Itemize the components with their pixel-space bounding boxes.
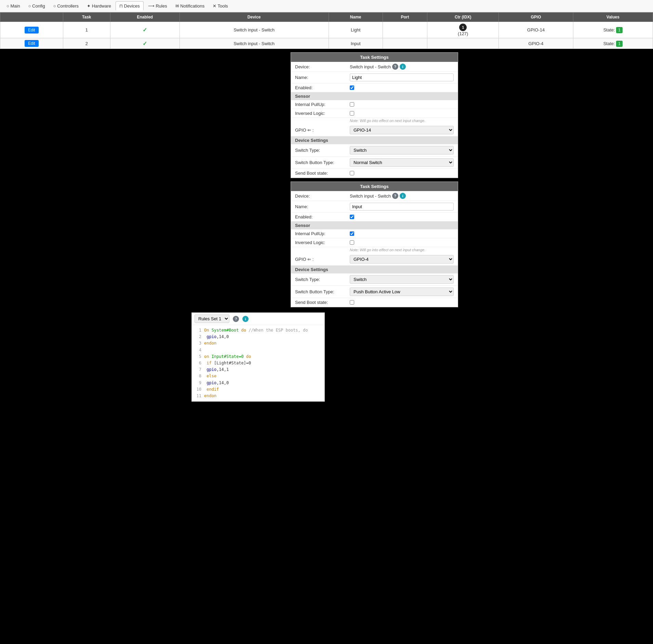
- ctr-1: 1 (127): [427, 22, 499, 38]
- col-name: Name: [329, 13, 383, 22]
- panel1-body: Device: Switch input - Switch ? i Name: …: [291, 62, 458, 178]
- task-panel-2: Task Settings Device: Switch input - Swi…: [291, 182, 458, 307]
- panel1-switch-type-select[interactable]: Switch: [350, 146, 454, 155]
- nav-tools[interactable]: ✕ Tools: [209, 1, 232, 11]
- panel2-switch-type-row: Switch Type: Switch: [291, 273, 458, 286]
- rules-help-icon[interactable]: ?: [233, 316, 239, 322]
- panel2-device-label: Device:: [295, 193, 350, 199]
- help-icon-1[interactable]: ?: [392, 64, 398, 70]
- panel2-boot-row: Send Boot state:: [291, 298, 458, 307]
- col-port: Port: [383, 13, 427, 22]
- panel1-note: Note: Will go into effect on next input …: [291, 118, 458, 124]
- panel1-name-input[interactable]: [350, 73, 454, 81]
- devices-table-wrapper: Task Enabled Device Name Port Ctr (IDX) …: [0, 12, 653, 49]
- table-row: Edit 1 ✓ Switch input - Switch Light 1 (…: [0, 22, 653, 38]
- col-values: Values: [573, 13, 653, 22]
- panel2-button-type-row: Switch Button Type: Normal Switch Push B…: [291, 286, 458, 298]
- panel1-boot-label: Send Boot state:: [295, 171, 350, 176]
- panels-container: Task Settings Device: Switch input - Swi…: [0, 49, 653, 405]
- code-line-11: 11endon: [195, 393, 322, 399]
- info-icon-2[interactable]: i: [400, 193, 406, 199]
- port-1: [383, 22, 427, 38]
- panel1-inversed-checkbox[interactable]: [350, 111, 354, 116]
- nav-devices[interactable]: ⊓ Devices: [116, 1, 144, 11]
- panel1-button-type-select[interactable]: Normal Switch Push Button Active Low Pus…: [350, 158, 454, 167]
- panel2-switch-type-select[interactable]: Switch: [350, 275, 454, 284]
- panel1-pullup-label: Internal PullUp:: [295, 102, 350, 107]
- panel2-boot-checkbox[interactable]: [350, 300, 354, 305]
- task-panel-1: Task Settings Device: Switch input - Swi…: [291, 52, 458, 178]
- panel1-device-label: Device:: [295, 64, 350, 69]
- panel2-sensor-header: Sensor: [291, 222, 458, 229]
- panel1-gpio-label: GPIO ⇐ :: [295, 128, 350, 133]
- ctr-2: [427, 38, 499, 49]
- panel2-gpio-row: GPIO ⇐ : GPIO-4 GPIO-14: [291, 253, 458, 266]
- rules-code-editor[interactable]: 1On System#Boot do //When the ESP boots,…: [192, 325, 324, 401]
- panel1-pullup-row: Internal PullUp:: [291, 100, 458, 109]
- col-device: Device: [179, 13, 329, 22]
- panel2-button-type-select[interactable]: Normal Switch Push Button Active Low Pus…: [350, 287, 454, 296]
- nav-notifications[interactable]: ✉ Notifications: [172, 1, 208, 11]
- panel2-device-row: Device: Switch input - Switch ? i: [291, 191, 458, 201]
- navigation: ○ Main ○ Config ○ Controllers ✦ Hardware…: [0, 0, 653, 12]
- info-icon-1[interactable]: i: [400, 64, 406, 70]
- panel1-name-label: Name:: [295, 75, 350, 80]
- panel1-switch-type-row: Switch Type: Switch: [291, 144, 458, 157]
- devices-table: Task Enabled Device Name Port Ctr (IDX) …: [0, 12, 653, 49]
- rules-set-select[interactable]: Rules Set 1 Rules Set 2 Rules Set 3: [195, 314, 229, 323]
- rules-panel: Rules Set 1 Rules Set 2 Rules Set 3 ? i …: [191, 312, 325, 402]
- rules-toolbar: Rules Set 1 Rules Set 2 Rules Set 3 ? i: [192, 313, 324, 325]
- edit-button-2[interactable]: Edit: [25, 40, 39, 47]
- panel1-inversed-label: Inversed Logic:: [295, 111, 350, 116]
- panel1-gpio-row: GPIO ⇐ : GPIO-14 GPIO-4: [291, 124, 458, 136]
- state-label-2: State:: [603, 41, 615, 46]
- state-val-1: 1: [616, 27, 623, 33]
- enabled-check-1: ✓: [143, 27, 147, 33]
- panel2-name-input[interactable]: [350, 203, 454, 211]
- panel1-button-type-row: Switch Button Type: Normal Switch Push B…: [291, 157, 458, 169]
- nav-config[interactable]: ○ Config: [25, 1, 49, 11]
- col-task-num: Task: [63, 13, 110, 22]
- edit-button-1[interactable]: Edit: [25, 27, 39, 33]
- state-label-1: State:: [603, 27, 615, 32]
- panel1-gpio-select[interactable]: GPIO-14 GPIO-4: [350, 126, 454, 134]
- code-line-9: 9 gpio,14,0: [195, 380, 322, 386]
- nav-main[interactable]: ○ Main: [3, 1, 24, 11]
- code-line-5: 5on Input#State=0 do: [195, 353, 322, 360]
- panel2-enabled-checkbox[interactable]: [350, 215, 354, 219]
- panel1-enabled-checkbox[interactable]: [350, 85, 354, 90]
- panel2-inversed-label: Inversed Logic:: [295, 240, 350, 245]
- device-name-2: Switch input - Switch: [179, 38, 329, 49]
- code-line-10: 10 endif: [195, 386, 322, 393]
- panel1-device-value: Switch input - Switch: [350, 64, 391, 69]
- code-line-2: 2 gpio,14,0: [195, 334, 322, 340]
- panel1-sensor-header: Sensor: [291, 92, 458, 100]
- device-name-1: Switch input - Switch: [179, 22, 329, 38]
- nav-rules[interactable]: ⟶ Rules: [144, 1, 171, 11]
- panel2-boot-label: Send Boot state:: [295, 300, 350, 305]
- panel2-pullup-label: Internal PullUp:: [295, 231, 350, 236]
- gpio-1: GPIO-14: [499, 22, 573, 38]
- panel2-gpio-select[interactable]: GPIO-4 GPIO-14: [350, 255, 454, 264]
- col-ctr: Ctr (IDX): [427, 13, 499, 22]
- table-row: Edit 2 ✓ Switch input - Switch Input GPI…: [0, 38, 653, 49]
- panel2-inversed-checkbox[interactable]: [350, 240, 354, 245]
- panel1-button-type-label: Switch Button Type:: [295, 160, 350, 165]
- panel2-pullup-row: Internal PullUp:: [291, 229, 458, 238]
- state-2: State: 1: [573, 38, 653, 49]
- nav-controllers[interactable]: ○ Controllers: [50, 1, 82, 11]
- task-num-1: 1: [63, 22, 110, 38]
- panel1-header: Task Settings: [291, 53, 458, 62]
- panel1-boot-checkbox[interactable]: [350, 171, 354, 175]
- port-2: [383, 38, 427, 49]
- panel1-name-row: Name:: [291, 72, 458, 83]
- enabled-check-2: ✓: [143, 41, 147, 46]
- panel2-pullup-checkbox[interactable]: [350, 231, 354, 236]
- ctr-badge-1: 1: [459, 24, 467, 31]
- panel1-pullup-checkbox[interactable]: [350, 102, 354, 107]
- rules-info-icon[interactable]: i: [242, 316, 249, 322]
- nav-hardware[interactable]: ✦ Hardware: [83, 1, 115, 11]
- panel1-switch-type-label: Switch Type:: [295, 148, 350, 153]
- col-task: [0, 13, 63, 22]
- help-icon-2[interactable]: ?: [392, 193, 398, 199]
